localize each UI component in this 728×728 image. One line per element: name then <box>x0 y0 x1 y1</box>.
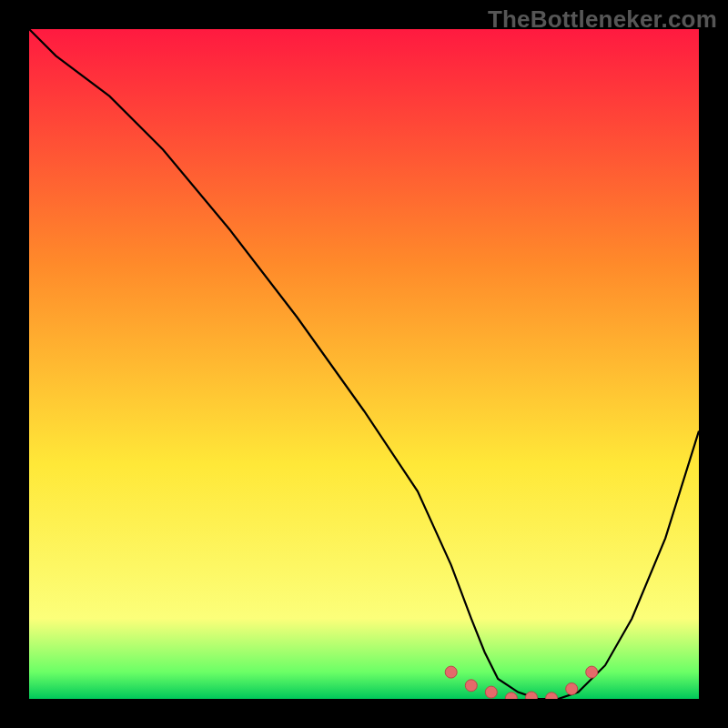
minimum-marker <box>465 680 477 692</box>
minimum-marker <box>445 666 457 678</box>
chart-frame: TheBottleneker.com <box>0 0 728 728</box>
minimum-marker <box>566 683 578 695</box>
plot-area <box>29 29 699 699</box>
minimum-marker <box>586 666 598 678</box>
chart-svg <box>29 29 699 699</box>
gradient-background <box>29 29 699 699</box>
minimum-marker <box>485 686 497 698</box>
minimum-marker <box>526 692 538 699</box>
